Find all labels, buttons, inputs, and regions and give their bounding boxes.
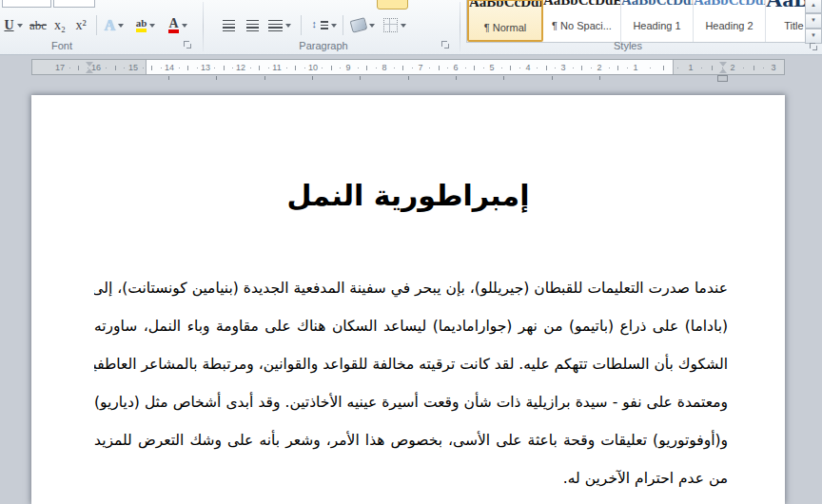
document-body[interactable]: عندما صدرت التعليمات للقبطان (جيريللو)، … <box>94 269 728 497</box>
first-line-indent-icon <box>719 62 727 67</box>
document-title[interactable]: إمبراطورية النمل <box>31 179 785 212</box>
strikethrough-button[interactable]: abc <box>27 14 49 36</box>
style-gallery-item[interactable]: AaBbCcDdEe ¶ No Spaci... <box>543 0 621 42</box>
style-gallery-item[interactable]: AaBbCcDdEe ¶ Normal <box>467 0 543 42</box>
ruler-number: 3 <box>560 61 565 74</box>
styles-dialog-launcher[interactable] <box>809 42 818 51</box>
style-gallery-item[interactable]: AaBbCcDdEe Heading 2 <box>694 0 766 42</box>
paragraph-group-label: Paragraph <box>266 40 381 51</box>
underline-icon: U <box>4 18 13 33</box>
style-label: Heading 2 <box>694 20 765 31</box>
ruler-tick <box>701 68 702 68</box>
ruler-tick <box>187 66 188 70</box>
tab-stop-strip[interactable] <box>31 76 785 82</box>
ruler-number: 11 <box>272 61 281 74</box>
style-gallery: AaBbCcDdEe ¶ Normal AaBbCcDdEe ¶ No Spac… <box>466 0 822 43</box>
document-text-line[interactable]: ومعتمدة على نفو - سيدة برازيلية ذات شأن … <box>94 383 728 421</box>
ruler-tick <box>763 68 764 68</box>
line-spacing-button[interactable] <box>310 14 339 36</box>
shading-button[interactable] <box>348 14 377 36</box>
ruler-number: 9 <box>345 61 350 74</box>
justify-button[interactable] <box>265 14 294 36</box>
tab-stop-tick <box>408 76 409 80</box>
ruler-tick <box>412 68 413 68</box>
ruler-number: 15 <box>128 61 138 74</box>
superscript-button[interactable]: x² <box>70 14 91 36</box>
ruler-number: 1 <box>633 61 637 74</box>
document-text-line[interactable]: عندما صدرت التعليمات للقبطان (جيريللو)، … <box>94 269 728 307</box>
ruler-tick <box>677 68 678 68</box>
ruler-tick <box>402 66 403 70</box>
font-size-combo-fragment[interactable] <box>53 0 95 8</box>
chevron-down-icon <box>401 24 406 28</box>
align-left-button[interactable] <box>218 14 239 36</box>
ruler-tick <box>366 66 367 70</box>
document-text-line[interactable]: (باداما) على ذراع (باتيمو) من نهر (جوارا… <box>94 307 728 345</box>
style-preview: AaBbCcDdEe <box>694 0 765 9</box>
ruler-tick <box>224 66 225 70</box>
align-center-button[interactable] <box>242 14 263 36</box>
divider <box>460 2 460 51</box>
word-window: { "ribbon": { "font_group": { "label": "… <box>0 0 822 504</box>
ruler-tick <box>439 66 440 70</box>
font-dialog-launcher[interactable] <box>183 40 192 49</box>
ruler-number: 17 <box>55 61 65 74</box>
style-label: Heading 1 <box>621 20 693 31</box>
ruler-tick <box>483 68 484 68</box>
shading-icon <box>349 17 367 33</box>
ruler-tick <box>573 68 574 68</box>
ruler-tick <box>537 68 538 68</box>
paragraph-dialog-launcher[interactable] <box>440 40 450 49</box>
font-name-combo-fragment[interactable] <box>2 0 51 8</box>
ruler-tick <box>722 68 723 68</box>
ruler-tick <box>429 68 430 68</box>
font-color-button[interactable]: A <box>164 14 192 36</box>
ruler-number: 7 <box>418 61 422 74</box>
gallery-scroll-up-icon[interactable]: ▲ <box>805 0 822 13</box>
ruler-tick <box>286 68 287 68</box>
style-gallery-item[interactable]: AaBbCcDdEe Heading 1 <box>621 0 694 42</box>
borders-button[interactable] <box>381 14 409 36</box>
ruler-tick <box>447 68 448 68</box>
horizontal-ruler: 1716151413121110987654321123 <box>31 59 785 75</box>
ruler-tick <box>268 68 269 68</box>
text-effects-button[interactable]: A <box>101 14 127 36</box>
ruler-tick <box>650 68 651 68</box>
underline-button[interactable]: U <box>2 14 25 36</box>
divider <box>96 15 97 35</box>
ruler-tick <box>609 68 610 68</box>
font-color-icon: A <box>168 17 178 33</box>
ruler-tick <box>465 68 466 68</box>
ruler-tick <box>474 66 475 70</box>
chevron-down-icon <box>118 24 124 28</box>
tab-stop-tick <box>599 76 600 80</box>
style-gallery-scrollbar: ▲ ▼ ▼ <box>805 0 822 41</box>
divider <box>203 2 204 51</box>
tab-stop-tick <box>264 76 265 80</box>
document-text-line[interactable]: و(أوفوتوريو) تعليقات وقحة باعثة على الأس… <box>94 421 728 459</box>
ruler-tick <box>555 68 556 68</box>
ruler-tick <box>88 68 88 68</box>
chevron-down-icon <box>285 24 291 28</box>
ruler-number: 10 <box>308 61 318 74</box>
indent-box-marker[interactable] <box>717 75 728 82</box>
ruler-tick <box>627 68 628 68</box>
subscript-button[interactable]: x₂ <box>49 14 70 36</box>
gallery-scroll-down-icon[interactable]: ▼ <box>805 13 822 29</box>
document-text-line[interactable]: الشكوك بأن السلطات تتهكم عليه. لقد كانت … <box>94 345 728 383</box>
font-group-label: Font <box>29 40 95 51</box>
ruler-tick <box>295 66 296 70</box>
active-toggle-button-fragment[interactable] <box>377 0 408 10</box>
document-page[interactable]: إمبراطورية النمل عندما صدرت التعليمات لل… <box>31 95 785 504</box>
divider <box>301 15 302 35</box>
ruler-number: 1 <box>688 61 693 74</box>
ruler-number: 2 <box>597 61 601 74</box>
ruler-tick <box>546 66 547 70</box>
highlight-color-button[interactable]: ab <box>131 14 160 36</box>
divider <box>342 15 343 35</box>
chevron-down-icon <box>149 24 155 28</box>
tab-stop-tick <box>552 76 553 80</box>
ruler-tick <box>161 68 162 68</box>
document-text-line[interactable]: من عدم احترام الآخرين له. <box>94 459 728 497</box>
tab-stop-tick <box>503 76 504 80</box>
